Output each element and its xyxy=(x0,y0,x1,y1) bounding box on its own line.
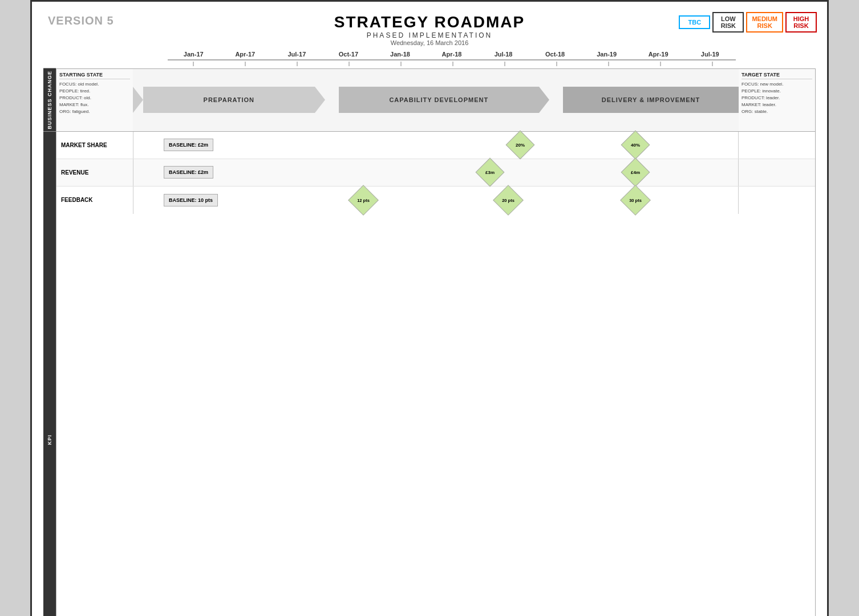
feedback-baseline: BASELINE: 10 pts xyxy=(164,194,218,206)
timeline-jul19: Jul-19 xyxy=(684,51,736,58)
kpi-revenue-label: REVENUE xyxy=(56,159,133,186)
timeline-oct18: Oct-18 xyxy=(529,51,581,58)
kpi-market-share-label: MARKET SHARE xyxy=(56,132,133,159)
risk-low-badge: LOWRISK xyxy=(712,12,744,33)
market-share-diamond1: 20% xyxy=(506,131,535,160)
risk-tbc-badge: TBC xyxy=(679,15,710,29)
page: VERSION 5 STRATEGY ROADMAP PHASED IMPLEM… xyxy=(30,0,829,616)
target-state-title: TARGET STATE xyxy=(742,72,812,79)
phase2-label: CAPABILITY DEVELOPMENT xyxy=(389,96,488,103)
feedback-diamond3: 30 pts xyxy=(620,185,651,216)
market-share-baseline: BASELINE: £2m xyxy=(164,139,213,151)
timeline-oct17: Oct-17 xyxy=(323,51,375,58)
feedback-diamond1: 12 pts xyxy=(348,185,379,216)
page-subtitle1: PHASED IMPLEMENTATION xyxy=(43,31,816,39)
timeline-apr18: Apr-18 xyxy=(426,51,478,58)
timeline-jan17: Jan-17 xyxy=(168,51,220,58)
feedback-diamond2: 20 pts xyxy=(493,185,524,216)
risk-high-badge: HIGHRISK xyxy=(785,12,817,33)
timeline-jan19: Jan-19 xyxy=(581,51,633,58)
risk-medium-badge: MEDIUMRISK xyxy=(746,12,783,33)
market-share-diamond2: 40% xyxy=(621,131,650,160)
page-subtitle2: Wednesday, 16 March 2016 xyxy=(43,39,816,46)
biz-change-label: BUSINESS CHANGE xyxy=(43,68,56,132)
timeline-jan18: Jan-18 xyxy=(374,51,426,58)
revenue-diamond1: £3m xyxy=(476,158,505,187)
phase3-label: DELIVERY & IMPROVEMENT xyxy=(602,96,700,103)
revenue-diamond2: £4m xyxy=(621,158,650,187)
revenue-baseline: BASELINE: £2m xyxy=(164,166,213,179)
kpi-section: KPI MARKET SHARE BASELINE: £2m 20% 40% xyxy=(43,132,816,616)
starting-state-content: FOCUS: old model. PEOPLE: tired. PRODUCT… xyxy=(59,81,130,115)
version-label: VERSION 5 xyxy=(48,14,114,27)
target-state-content: FOCUS: new model. PEOPLE: innovate. PROD… xyxy=(742,81,812,115)
kpi-label: KPI xyxy=(43,132,56,616)
timeline-jul18: Jul-18 xyxy=(477,51,529,58)
timeline-jul17: Jul-17 xyxy=(271,51,323,58)
phase1-label: PREPARATION xyxy=(204,96,254,103)
kpi-feedback-label: FEEDBACK xyxy=(56,187,133,214)
timeline-apr17: Apr-17 xyxy=(220,51,272,58)
business-change-section: BUSINESS CHANGE STARTING STATE FOCUS: ol… xyxy=(43,68,816,132)
timeline-apr19: Apr-19 xyxy=(633,51,684,58)
starting-state-title: STARTING STATE xyxy=(59,72,130,79)
risk-badges: TBC LOWRISK MEDIUMRISK HIGHRISK xyxy=(679,12,817,33)
